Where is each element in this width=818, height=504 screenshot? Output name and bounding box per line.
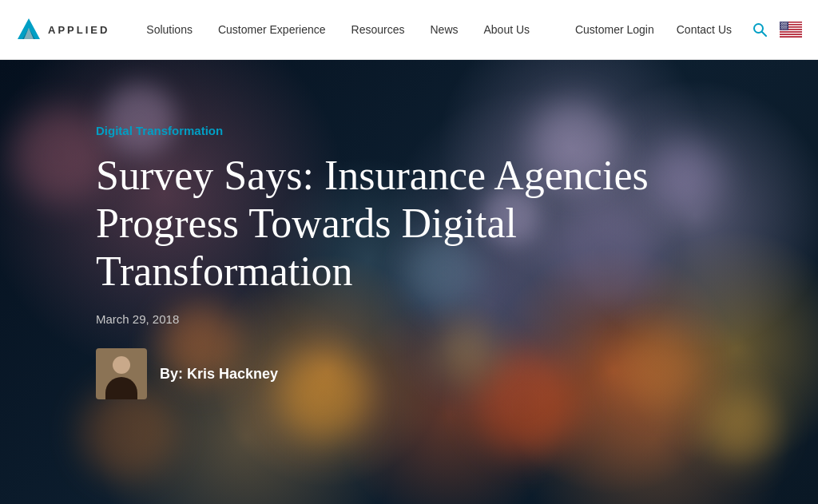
svg-point-29 (784, 24, 784, 25)
search-icon (752, 22, 767, 37)
svg-rect-12 (780, 31, 802, 33)
nav-resources[interactable]: Resources (339, 0, 418, 60)
svg-point-37 (782, 26, 783, 27)
search-button[interactable] (746, 22, 773, 37)
svg-rect-16 (780, 36, 802, 38)
nav-right: Customer Login Contact Us (567, 0, 802, 60)
logo-text: APPLIED (48, 24, 109, 36)
svg-point-49 (787, 29, 788, 30)
hero-content: Digital Transformation Survey Says: Insu… (96, 124, 655, 399)
hero-date: March 29, 2018 (96, 312, 655, 326)
svg-point-27 (780, 24, 781, 25)
svg-point-18 (780, 22, 781, 23)
svg-point-44 (786, 27, 787, 28)
svg-point-45 (780, 29, 781, 30)
svg-point-47 (784, 29, 784, 30)
person-head (113, 356, 130, 374)
svg-rect-11 (780, 30, 802, 32)
svg-point-28 (782, 24, 783, 25)
svg-point-21 (785, 22, 786, 23)
svg-point-30 (785, 24, 786, 25)
nav-about-us[interactable]: About Us (471, 0, 543, 60)
svg-point-39 (785, 26, 786, 27)
svg-point-24 (783, 23, 784, 24)
bokeh-4 (650, 140, 722, 212)
nav-news[interactable]: News (417, 0, 471, 60)
svg-line-3 (762, 32, 766, 36)
svg-point-20 (784, 22, 784, 23)
svg-point-41 (781, 27, 782, 28)
contact-us-link[interactable]: Contact Us (669, 0, 740, 60)
author-name: By: Kris Hackney (160, 366, 278, 383)
logo[interactable]: APPLIED (16, 17, 109, 42)
author-avatar (96, 348, 147, 399)
bokeh-10 (706, 392, 778, 464)
us-flag-icon (780, 22, 802, 38)
svg-point-36 (780, 26, 781, 27)
hero-author: By: Kris Hackney (96, 348, 655, 399)
hero-section: Digital Transformation Survey Says: Insu… (0, 60, 818, 504)
svg-point-46 (782, 29, 783, 30)
author-photo (96, 348, 147, 399)
hero-category: Digital Transformation (96, 124, 655, 137)
person-body (105, 377, 137, 399)
svg-point-25 (784, 23, 785, 24)
svg-point-26 (786, 23, 787, 24)
svg-rect-15 (780, 35, 802, 37)
svg-point-31 (787, 24, 788, 25)
nav-solutions[interactable]: Solutions (133, 0, 205, 60)
svg-point-43 (784, 27, 785, 28)
svg-rect-14 (780, 34, 802, 35)
applied-logo-icon (16, 17, 42, 42)
svg-rect-13 (780, 33, 802, 34)
svg-point-22 (787, 22, 788, 23)
svg-point-33 (783, 26, 784, 26)
site-header: APPLIED Solutions Customer Experience Re… (0, 0, 818, 60)
language-selector[interactable] (780, 22, 802, 38)
svg-point-38 (784, 26, 784, 27)
bokeh-1 (12, 108, 108, 204)
main-nav: Solutions Customer Experience Resources … (133, 0, 567, 60)
nav-customer-experience[interactable]: Customer Experience (205, 0, 339, 60)
svg-point-34 (784, 26, 785, 26)
svg-point-35 (786, 26, 787, 26)
svg-point-48 (785, 29, 786, 30)
hero-title: Survey Says: Insurance Agencies Progress… (96, 152, 655, 295)
svg-point-23 (781, 23, 782, 24)
svg-point-40 (787, 26, 788, 27)
svg-point-42 (783, 27, 784, 28)
customer-login-link[interactable]: Customer Login (567, 0, 662, 60)
svg-point-32 (781, 26, 782, 26)
svg-point-19 (782, 22, 783, 23)
